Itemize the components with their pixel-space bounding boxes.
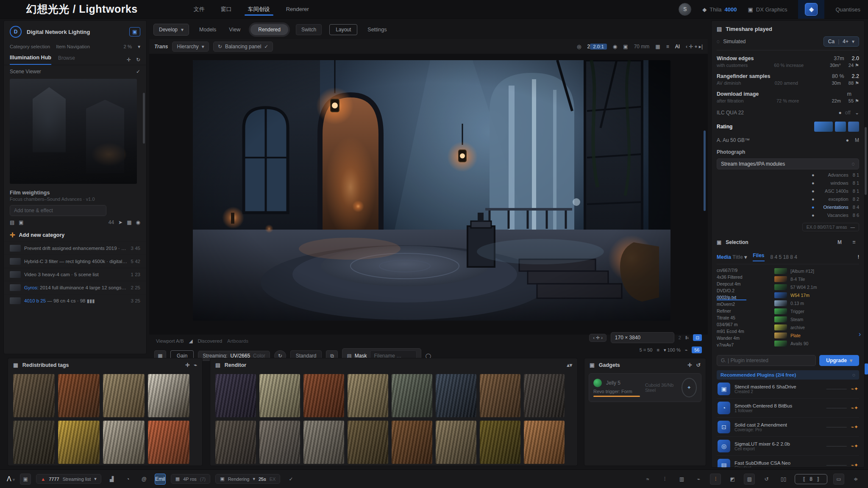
table-name[interactable]: DVD/O.2 <box>717 288 771 294</box>
stream-images-input[interactable] <box>717 158 859 169</box>
menu-window[interactable]: 窗口 <box>220 0 233 18</box>
plugin-card[interactable]: ▣Stencil mastered 6 ShaDriveCreated 2———… <box>717 380 859 399</box>
add-icon[interactable]: ✛ <box>687 362 692 368</box>
snap-chip[interactable]: ⊡ <box>693 334 702 341</box>
menu-file[interactable]: 文件 <box>193 0 206 18</box>
sort-icons[interactable]: ▴▾ <box>567 362 572 368</box>
graphics-badge[interactable]: ▣ DX Graphics <box>748 6 787 13</box>
lens-icon[interactable]: ◎ <box>577 44 581 50</box>
texture-tile[interactable] <box>303 421 344 464</box>
table-row[interactable]: 57 W04 2.1m <box>774 284 859 291</box>
table-row[interactable]: W54 17m <box>774 292 859 299</box>
scene-viewer-row[interactable]: Scene Viewer ✓ <box>4 65 146 78</box>
table-name[interactable]: cn/667/7/9 <box>717 268 771 273</box>
table-name[interactable]: m91 Ecod 4m <box>717 329 771 334</box>
tab-view[interactable]: View <box>226 27 243 33</box>
key-icon[interactable]: ⌁ <box>693 474 704 485</box>
property-group[interactable]: Rangefinder samples80 %2.2AV diminish020… <box>717 73 859 86</box>
table-name[interactable]: 0002/p.txt <box>717 295 746 300</box>
value-1[interactable]: 37m <box>834 55 844 61</box>
texture-tile[interactable] <box>524 421 565 464</box>
table-name[interactable]: Refiner <box>717 308 771 314</box>
streaming-pill[interactable]: ▲ 7777 Streaming list ▾ <box>36 474 101 484</box>
plugin-card[interactable]: ▤Fast SubDiffuse CSA NeoCloudset————⌁✦ <box>717 456 859 468</box>
storage-row[interactable]: A. Au 50 GB™ ● M <box>717 137 859 143</box>
table-name[interactable]: Deepcut 4m <box>717 281 771 287</box>
table-name[interactable]: Wander 4m <box>717 336 771 341</box>
value-2[interactable]: 2.0 <box>852 55 859 61</box>
list-item[interactable]: Hybrid-C 3 filter — rect lighting 4500k … <box>4 255 146 268</box>
link-row[interactable]: ●windows8 1 <box>717 180 859 186</box>
list-item[interactable]: Video 3 heavy-4 cam · 5 scene list1 23 <box>4 268 146 281</box>
plugin-card[interactable]: ◔Smooth Centered 8 BitBus1 follower————⌁… <box>717 399 859 418</box>
upgrade-button[interactable]: Upgrade▾ <box>819 355 859 366</box>
loop-icon[interactable]: ↺ <box>761 474 772 485</box>
texture-tile[interactable] <box>480 374 520 417</box>
table-row[interactable]: archive <box>774 324 859 331</box>
value-1[interactable]: 80 % <box>832 73 844 79</box>
sub-value-2[interactable]: 55 ⚑ <box>849 98 859 104</box>
levels-icon[interactable]: ⫶ <box>710 474 721 485</box>
layout-button[interactable]: Layout <box>329 24 357 35</box>
hand-icon[interactable]: ⌁ <box>685 347 688 353</box>
sub-value-2[interactable]: 88 ⚑ <box>849 80 859 86</box>
mini-stepper[interactable]: ‹ ✛ › <box>589 334 606 342</box>
search-value[interactable]: Simulated <box>723 39 820 44</box>
rating-swatch-1[interactable] <box>814 122 833 132</box>
mail-icon[interactable]: ▦ <box>127 219 131 225</box>
texture-tile[interactable] <box>148 421 189 464</box>
link-row[interactable]: ●Orientations8 4 <box>717 205 859 210</box>
plugin-spark-icon[interactable]: ⌁✦ <box>851 386 858 392</box>
sub-value-1[interactable]: 30m <box>832 80 840 86</box>
app-glyph-icon[interactable]: Λ ▾ <box>7 475 15 483</box>
table-row[interactable]: Avails 90 <box>774 340 859 347</box>
table-name[interactable]: v7rwAv7 <box>717 342 771 348</box>
link-label[interactable]: Vacancies <box>819 213 849 218</box>
refresh-icon[interactable]: ↻ <box>136 57 140 63</box>
nav-arrows[interactable]: ‹ ✛ ⌖ ▸| <box>686 44 703 50</box>
mention-icon[interactable]: @ <box>139 474 150 485</box>
sliders-icon[interactable]: ⫶ <box>659 474 670 485</box>
plugin-spark-icon[interactable]: ⌁✦ <box>851 443 858 449</box>
status-link[interactable]: Discovered <box>198 338 223 344</box>
property-group[interactable]: Window edges37m2.0with customers60 % inc… <box>717 55 859 68</box>
ai-button[interactable]: AI <box>675 44 680 50</box>
layers-icon[interactable]: ▤ <box>10 219 14 225</box>
plugin-spark-icon[interactable]: ⌁✦ <box>851 462 858 468</box>
item-link[interactable]: Gyros: <box>24 285 40 290</box>
table-name[interactable]: mOvern2 <box>717 302 771 307</box>
send-icon[interactable]: ➤ <box>118 219 122 225</box>
texture-tile[interactable] <box>13 374 55 417</box>
texture-tile[interactable] <box>392 421 432 464</box>
aspect-ratio-value[interactable]: 2.0:1 <box>590 44 607 50</box>
plugin-spark-icon[interactable]: ⌁✦ <box>851 405 858 411</box>
texture-tile[interactable] <box>215 374 256 417</box>
list-item[interactable]: 4010 b 25 — 98 cn 4 cs · 98 ▮▮▮3 25 <box>4 294 146 307</box>
bars-icon[interactable]: ‖‹ <box>685 335 689 340</box>
texture-tile[interactable] <box>58 421 100 464</box>
undo-icon[interactable]: ↺ <box>696 362 701 368</box>
columns-icon[interactable]: ▯▯ <box>778 474 789 485</box>
viewport-scrollbar[interactable] <box>704 130 706 211</box>
link-row[interactable]: ●ASC 1400s8 1 <box>717 189 859 194</box>
unit-toggle[interactable]: Ca|4+ ▾ <box>823 36 859 47</box>
plugin-card[interactable]: ◎SigmaLUT mixer 6-2 2.0bCell export————⌁… <box>717 437 859 456</box>
tab-media[interactable]: Media Title ▾ <box>717 254 747 260</box>
item-navigation-label[interactable]: Item Navigation <box>56 44 90 49</box>
info-circle-icon[interactable]: ◌ <box>852 372 855 377</box>
exposure-icon[interactable]: ◉ <box>613 44 617 50</box>
grid-icon[interactable]: ▦ <box>655 44 660 50</box>
table-row[interactable]: Steam <box>774 316 859 323</box>
table-row[interactable]: 8-4 Tile <box>774 276 859 283</box>
recommended-header[interactable]: Recommended Plugins (2/4 free) ◌ <box>717 370 859 380</box>
add-category-header[interactable]: ✛ Add new category <box>4 227 146 241</box>
app-tile-icon[interactable]: ◆ <box>805 3 818 16</box>
table-name[interactable]: Titrate 45 <box>717 315 771 321</box>
develop-dropdown[interactable]: Develop▾ <box>153 24 189 36</box>
gadget-card[interactable]: Jelly 5 Revo trigger: Form Cuboid 36/Nb … <box>589 373 701 402</box>
brand-badge[interactable]: ◆ Thila 4000 <box>702 6 737 13</box>
capture-button[interactable]: ⟦ 8 ⟧ <box>795 474 827 484</box>
ros-pill[interactable]: ▦ 4P ros(7) <box>171 474 210 484</box>
link-row[interactable]: ●exception8 2 <box>717 197 859 202</box>
search-icon[interactable]: ◌ <box>852 161 855 167</box>
